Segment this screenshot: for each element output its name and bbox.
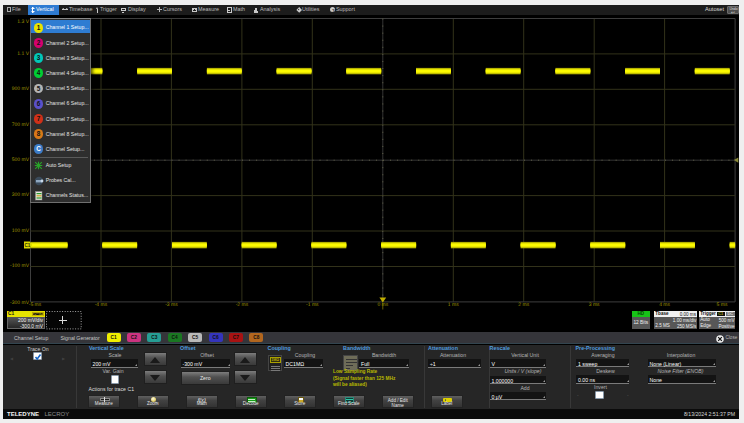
svg-text:C1: C1 — [24, 243, 30, 248]
